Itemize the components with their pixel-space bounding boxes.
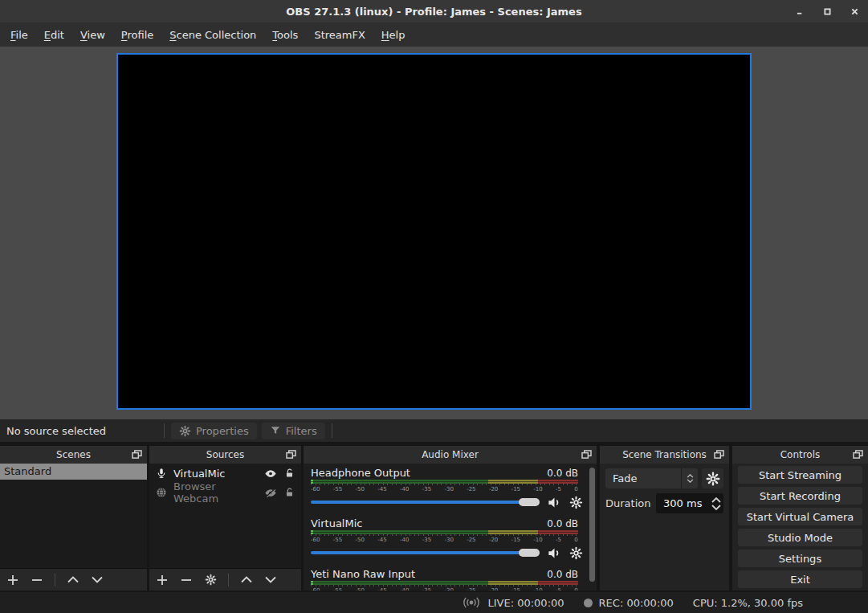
add-source-button[interactable]: [156, 574, 169, 586]
meter-scale-label: 0: [574, 485, 577, 493]
properties-button-label: Properties: [196, 425, 249, 437]
speaker-icon[interactable]: [547, 495, 562, 510]
menu-streamfx[interactable]: StreamFX: [306, 26, 373, 44]
meter-scale-label: -40: [400, 485, 409, 493]
meter-scale-label: -25: [467, 536, 475, 544]
plus-icon: [7, 574, 18, 586]
menu-file[interactable]: File: [2, 26, 36, 44]
unlock-icon[interactable]: [283, 468, 295, 480]
filters-button[interactable]: Filters: [262, 423, 325, 439]
studio-mode-button[interactable]: Studio Mode: [738, 529, 862, 546]
add-scene-button[interactable]: [6, 574, 19, 586]
audio-mixer-panel: Audio Mixer Headphone Output 0.0 dB -60-…: [304, 446, 597, 591]
volume-slider[interactable]: [311, 501, 540, 504]
meter-scale-label: -50: [355, 485, 364, 493]
gear-icon[interactable]: [569, 496, 583, 509]
meter-scale-label: -45: [377, 536, 386, 544]
sources-list: VirtualMic Browser Webcam: [149, 464, 301, 568]
menu-profile[interactable]: Profile: [113, 26, 161, 44]
eye-icon[interactable]: [264, 467, 277, 480]
menu-tools[interactable]: Tools: [264, 26, 306, 44]
scenes-list: Standard: [0, 464, 147, 568]
scene-transitions-panel-title: Scene Transitions: [600, 449, 729, 460]
remove-source-button[interactable]: [180, 574, 193, 586]
move-scene-up-button[interactable]: [67, 576, 79, 583]
meter-scale-label: -5: [556, 536, 561, 544]
start-virtual-camera-button[interactable]: Start Virtual Camera: [738, 508, 862, 525]
properties-button[interactable]: Properties: [171, 423, 257, 439]
channel-db-value: 0.0 dB: [547, 468, 578, 479]
meter-tickmarks: [311, 534, 578, 536]
meter-scale-label: -25: [467, 586, 475, 591]
menu-help[interactable]: Help: [373, 26, 414, 44]
gear-icon[interactable]: [569, 546, 583, 560]
chevron-down-icon: [265, 576, 276, 583]
move-source-up-button[interactable]: [240, 576, 253, 583]
cpu-fps-label: CPU: 1.2%, 30.00 fps: [693, 597, 803, 609]
meter-scale-label: -45: [377, 586, 386, 591]
speaker-icon[interactable]: [547, 546, 562, 561]
maximize-button[interactable]: [821, 6, 833, 17]
start-recording-button[interactable]: Start Recording: [738, 487, 862, 505]
source-row-browser-webcam[interactable]: Browser Webcam: [149, 483, 301, 502]
volume-slider-handle[interactable]: [519, 498, 540, 506]
eye-slash-icon[interactable]: [264, 486, 277, 500]
menu-scene-collection[interactable]: Scene Collection: [161, 26, 264, 44]
live-status: LIVE: 00:00:00: [462, 597, 564, 609]
minus-icon: [31, 574, 43, 586]
unlock-icon[interactable]: [283, 487, 295, 499]
chevron-up-icon: [241, 576, 252, 583]
controls-panel: Controls Start Streaming Start Recording…: [732, 446, 868, 591]
meter-scale-label: -55: [333, 586, 342, 591]
menu-edit[interactable]: Edit: [36, 26, 72, 44]
move-scene-down-button[interactable]: [91, 576, 104, 583]
popout-icon: [132, 450, 142, 459]
volume-slider[interactable]: [311, 551, 540, 554]
popout-icon: [581, 450, 592, 459]
minimize-button[interactable]: [794, 6, 805, 17]
record-dot-icon: [584, 599, 593, 607]
meter-scale-label: -5: [556, 485, 561, 493]
popout-icon: [714, 450, 724, 459]
mixer-scrollbar[interactable]: [589, 468, 595, 582]
scene-item-standard[interactable]: Standard: [0, 464, 147, 480]
meter-scale-label: -40: [400, 536, 409, 544]
source-properties-button[interactable]: [204, 574, 217, 586]
transition-properties-button[interactable]: [702, 468, 723, 488]
source-name: VirtualMic: [173, 468, 259, 480]
chevron-down-icon: [711, 505, 721, 510]
chevron-down-icon: [92, 576, 103, 583]
dock-area: Scenes Standard: [0, 442, 868, 592]
chevron-up-icon: [67, 576, 79, 583]
mixer-channel-yeti-nano: Yeti Nano Raw Input 0.0 dB -60-55-50-45-…: [311, 567, 589, 591]
toolbar-separator: [332, 423, 332, 438]
minimize-icon: [797, 8, 804, 15]
transition-select[interactable]: Fade: [605, 468, 698, 488]
sources-toolbar: [149, 568, 301, 591]
meter-scale-label: -20: [489, 536, 498, 544]
window-controls: [794, 0, 860, 22]
toolbar-separator: [164, 423, 165, 438]
meter-scale-label: -35: [422, 485, 431, 493]
move-source-down-button[interactable]: [264, 576, 277, 583]
meter-scale-label: -10: [533, 586, 542, 591]
minus-icon: [181, 574, 192, 586]
volume-slider-handle[interactable]: [519, 549, 540, 557]
start-streaming-button[interactable]: Start Streaming: [738, 466, 862, 484]
menu-view[interactable]: View: [72, 26, 113, 44]
duration-spinbox[interactable]: 300 ms: [656, 493, 723, 513]
chevron-down-icon: [687, 479, 694, 483]
audio-mixer-panel-header: Audio Mixer: [304, 446, 597, 464]
sources-panel-title: Sources: [149, 449, 301, 460]
channel-db-value: 0.0 dB: [547, 518, 578, 529]
combo-spinner[interactable]: [681, 468, 698, 488]
preview-canvas[interactable]: [116, 53, 752, 410]
duration-spinner[interactable]: [709, 493, 723, 513]
remove-scene-button[interactable]: [31, 574, 43, 586]
chevron-up-icon: [687, 474, 694, 478]
settings-button[interactable]: Settings: [738, 550, 862, 567]
controls-body: Start Streaming Start Recording Start Vi…: [732, 464, 868, 591]
exit-button[interactable]: Exit: [738, 570, 862, 588]
channel-name: Yeti Nano Raw Input: [311, 568, 547, 580]
close-button[interactable]: [849, 6, 860, 17]
